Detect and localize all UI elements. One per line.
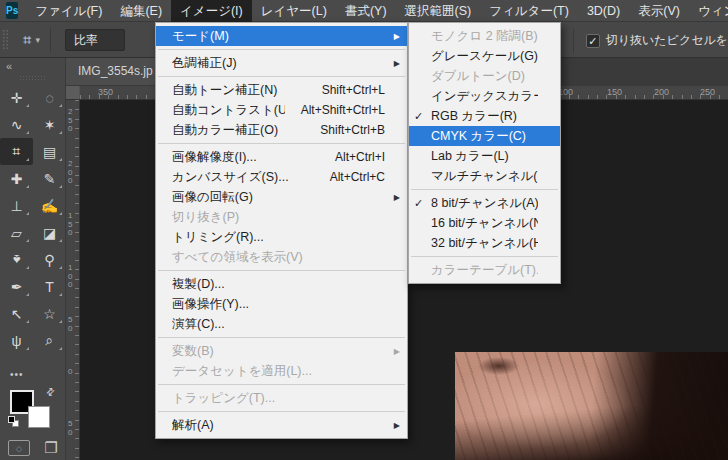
dodge-tool[interactable]: ⚲: [33, 246, 66, 273]
menu-item-auto-contrast[interactable]: 自動コントラスト(U) Alt+Shift+Ctrl+L: [156, 100, 407, 120]
document-tab[interactable]: IMG_3554s.jp: [66, 58, 165, 85]
clone-stamp-tool[interactable]: ⊥: [0, 192, 33, 219]
menu-separator: [158, 411, 405, 412]
menubar-item-filter[interactable]: フィルター(T): [480, 0, 578, 22]
menu-item-auto-tone[interactable]: 自動トーン補正(N) Shift+Ctrl+L: [156, 80, 407, 100]
menu-item-apply-data-set: データセットを適用(L)...: [156, 361, 407, 381]
gradient-icon: ◪: [43, 225, 56, 241]
menu-item-rgb-color[interactable]: ✓ RGB カラー(R): [409, 106, 560, 126]
spot-healing-brush-tool[interactable]: ✚: [0, 165, 33, 192]
menubar-item-file[interactable]: ファイル(F): [26, 0, 111, 22]
menu-item-16bit-channel[interactable]: 16 bit/チャンネル(N): [409, 213, 560, 233]
color-swatches: ⇄: [8, 388, 54, 432]
mode-submenu: モノクロ 2 階調(B) グレースケール(G) ダブルトーン(D) インデックス…: [408, 22, 561, 284]
menu-item-label: 自動トーン補正(N): [172, 82, 306, 99]
delete-cropped-pixels-checkbox[interactable]: ✓: [586, 34, 600, 48]
crop-ratio-select[interactable]: 比率: [65, 29, 125, 51]
menubar-item-edit[interactable]: 編集(E): [111, 0, 171, 22]
custom-shape-tool[interactable]: ☆: [33, 300, 66, 327]
gradient-tool[interactable]: ◪: [33, 219, 66, 246]
menu-item-canvas-size[interactable]: カンバスサイズ(S)... Alt+Ctrl+C: [156, 167, 407, 187]
type-tool[interactable]: T: [33, 273, 66, 300]
menubar-item-layer[interactable]: レイヤー(L): [252, 0, 336, 22]
menu-item-label: データセットを適用(L)...: [172, 363, 385, 380]
menu-item-apply-image[interactable]: 画像操作(Y)...: [156, 294, 407, 314]
crop-tool[interactable]: ⌗: [0, 138, 33, 165]
ruler-corner: [66, 86, 80, 100]
menu-item-label: カンバスサイズ(S)...: [172, 169, 314, 186]
tools-panel-grip[interactable]: [19, 75, 47, 80]
menubar-item-image[interactable]: イメージ(I): [171, 0, 252, 22]
menu-item-lab-color[interactable]: Lab カラー(L): [409, 146, 560, 166]
menu-item-analysis[interactable]: 解析(A) ▶: [156, 415, 407, 435]
menu-item-grayscale[interactable]: グレースケール(G): [409, 46, 560, 66]
menu-item-calculations[interactable]: 演算(C)...: [156, 314, 407, 334]
quick-selection-tool[interactable]: ✶: [33, 111, 66, 138]
v-ruler-label: 200: [68, 160, 75, 186]
menubar-item-view[interactable]: 表示(V): [629, 0, 689, 22]
menu-item-duplicate[interactable]: 複製(D)...: [156, 274, 407, 294]
submenu-arrow-icon: ▶: [394, 193, 400, 202]
default-colors-icon[interactable]: [8, 416, 19, 427]
menu-item-image-size[interactable]: 画像解像度(I)... Alt+Ctrl+I: [156, 147, 407, 167]
quick-mask-button[interactable]: ◌: [8, 440, 30, 456]
menu-item-auto-color[interactable]: 自動カラー補正(O) Shift+Ctrl+B: [156, 120, 407, 140]
ruler-tool[interactable]: ▤: [33, 138, 66, 165]
current-tool-button[interactable]: ⌗ ▾: [23, 31, 40, 49]
shape-icon: ☆: [43, 306, 56, 322]
menu-item-reveal-all: すべての領域を表示(V): [156, 247, 407, 267]
menu-item-indexed-color[interactable]: インデックスカラー(I)...: [409, 86, 560, 106]
menubar-item-window[interactable]: ウィンドウ(W): [689, 0, 728, 22]
history-brush-tool[interactable]: ✍: [33, 192, 66, 219]
v-ruler-label: 50: [68, 316, 75, 333]
swap-colors-icon[interactable]: ⇄: [43, 385, 57, 399]
menubar-item-type[interactable]: 書式(Y): [336, 0, 396, 22]
photoshop-logo: Ps: [6, 2, 18, 19]
hand-tool[interactable]: ψ: [0, 327, 33, 354]
move-tool[interactable]: ✛: [0, 84, 33, 111]
menu-item-cmyk-color[interactable]: CMYK カラー(C): [409, 126, 560, 146]
menu-item-label: 16 bit/チャンネル(N): [431, 215, 538, 232]
dodge-icon: ⚲: [44, 252, 54, 268]
menu-item-8bit-channel[interactable]: ✓ 8 bit/チャンネル(A): [409, 193, 560, 213]
menu-separator: [158, 76, 405, 77]
options-bar-grip[interactable]: [2, 29, 9, 51]
menu-item-label: 画像の回転(G): [172, 189, 385, 206]
blur-tool[interactable]: ♠: [0, 246, 33, 273]
menu-item-multichannel[interactable]: マルチチャンネル(M): [409, 166, 560, 186]
background-color-swatch[interactable]: [28, 406, 50, 428]
menu-item-label: ダブルトーン(D): [431, 68, 538, 85]
image-menu: モード(M) ▶ 色調補正(J) ▶ 自動トーン補正(N) Shift+Ctrl…: [155, 22, 408, 439]
lasso-icon: ∿: [11, 117, 23, 133]
submenu-arrow-icon: ▶: [394, 59, 400, 68]
menu-separator: [411, 189, 558, 190]
eraser-tool[interactable]: ▱: [0, 219, 33, 246]
path-selection-tool[interactable]: ↖: [0, 300, 33, 327]
brush-tool[interactable]: ✎: [33, 165, 66, 192]
crop-tool-icon: ⌗: [23, 31, 31, 49]
edit-toolbar-button[interactable]: •••: [0, 369, 66, 380]
menu-item-image-rotation[interactable]: 画像の回転(G) ▶: [156, 187, 407, 207]
zoom-tool[interactable]: ⌕: [33, 327, 66, 354]
menubar-item-select[interactable]: 選択範囲(S): [396, 0, 481, 22]
photo-image[interactable]: [455, 352, 728, 460]
menu-item-label: トリミング(R)...: [172, 229, 385, 246]
elliptical-marquee-tool[interactable]: ◌: [33, 84, 66, 111]
menu-item-crop: 切り抜き(P): [156, 207, 407, 227]
menu-item-mode[interactable]: モード(M) ▶: [156, 26, 407, 46]
menu-item-label: 複製(D)...: [172, 276, 385, 293]
crop-icon: ⌗: [13, 143, 21, 160]
vertical-ruler[interactable]: 250 200 150 100 50 0 50: [66, 100, 80, 460]
options-divider: [573, 29, 574, 53]
screen-mode-button[interactable]: ❐: [40, 440, 62, 456]
menu-item-label: 切り抜き(P): [172, 209, 385, 226]
pen-tool[interactable]: ✒: [0, 273, 33, 300]
menu-item-shortcut: Alt+Ctrl+C: [330, 170, 385, 184]
collapse-panel-button[interactable]: «: [0, 58, 65, 72]
lasso-tool[interactable]: ∿: [0, 111, 33, 138]
menu-item-32bit-channel[interactable]: 32 bit/チャンネル(H): [409, 233, 560, 253]
menu-item-adjustments[interactable]: 色調補正(J) ▶: [156, 53, 407, 73]
menu-separator: [158, 270, 405, 271]
menubar-item-3d[interactable]: 3D(D): [578, 0, 629, 22]
menu-item-trim[interactable]: トリミング(R)...: [156, 227, 407, 247]
